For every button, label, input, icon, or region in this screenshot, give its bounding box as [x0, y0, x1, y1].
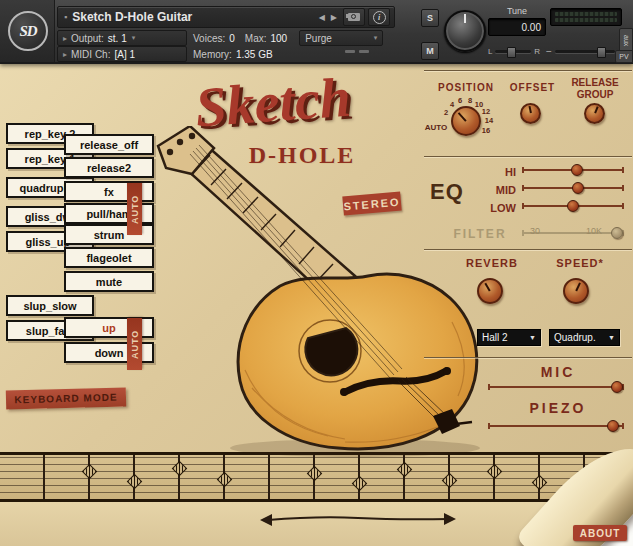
- speed-mode-dropdown[interactable]: Quadrup. ▼: [549, 329, 620, 346]
- dhole-logo: D-HOLE: [242, 142, 362, 169]
- speed-label: SPEED*: [550, 257, 610, 269]
- info-icon: i: [373, 11, 386, 24]
- pan-track[interactable]: [495, 50, 531, 53]
- memory-label: Memory:: [193, 49, 232, 60]
- eq-mid-slider[interactable]: [522, 182, 624, 194]
- slider-handle[interactable]: [607, 420, 619, 432]
- filter-min-label: 30: [530, 226, 540, 236]
- slider-handle[interactable]: [611, 227, 623, 239]
- midi-value: [A] 1: [114, 49, 135, 60]
- piezo-label: PIEZO: [513, 400, 603, 416]
- info-button[interactable]: i: [368, 8, 390, 26]
- divider: [424, 156, 632, 157]
- max-voices-value: 100: [270, 33, 287, 44]
- position-knob[interactable]: [451, 106, 481, 136]
- pan-slider[interactable]: L R: [488, 45, 540, 58]
- chevron-down-icon: ▼: [608, 334, 615, 341]
- slider-track: [488, 386, 624, 388]
- purge-menu[interactable]: Purge ▾: [299, 30, 383, 46]
- reverb-label: REVERB: [462, 257, 522, 269]
- slider-handle[interactable]: [571, 164, 583, 176]
- keyswitch-slup-slow[interactable]: slup_slow: [6, 295, 94, 316]
- position-tick: 16: [482, 126, 490, 135]
- slider-handle[interactable]: [611, 381, 623, 393]
- pan-left-label: L: [488, 47, 492, 56]
- keyswitch-flageolet[interactable]: flageolet: [64, 247, 154, 268]
- output-value: st. 1: [108, 33, 127, 44]
- position-tick: 4: [450, 100, 454, 109]
- keyswitch-release2[interactable]: release2: [64, 157, 154, 178]
- position-tick: 8: [468, 96, 472, 105]
- volume-handle[interactable]: [597, 47, 606, 58]
- sketch-logo: Sketch: [186, 64, 360, 140]
- offset-label: OFFSET: [505, 82, 560, 93]
- tune-label: Tune: [488, 6, 546, 16]
- eq-mid-label: MID: [488, 184, 516, 196]
- position-tick: 6: [458, 96, 462, 105]
- memory-value: 1.35 GB: [236, 49, 273, 60]
- auto-ribbon-direction[interactable]: AUTO: [127, 318, 142, 370]
- minus-icon[interactable]: −: [546, 46, 552, 57]
- eq-low-slider[interactable]: [522, 200, 624, 212]
- output-label: Output:: [71, 33, 104, 44]
- piezo-slider[interactable]: [488, 420, 624, 432]
- slider-track: [488, 425, 624, 427]
- purge-label: Purge: [305, 33, 368, 44]
- instrument-title-bar[interactable]: ▪ Sketch D-Hole Guitar ◀ ▶ i: [57, 6, 395, 28]
- tune-knob[interactable]: [444, 10, 486, 52]
- slider-handle[interactable]: [567, 200, 579, 212]
- level-meter: [550, 8, 622, 26]
- offset-knob[interactable]: [520, 103, 541, 124]
- mic-slider[interactable]: [488, 381, 624, 393]
- eq-hi-label: HI: [488, 166, 516, 178]
- speed-mode-value: Quadrup.: [554, 332, 605, 343]
- auto-ribbon-articulations[interactable]: AUTO: [127, 183, 142, 235]
- snapshot-button[interactable]: [343, 8, 365, 26]
- instrument-window: SD ▪ Sketch D-Hole Guitar ◀ ▶ i ▸ Output…: [0, 0, 633, 546]
- chevron-down-icon: ▾: [132, 34, 136, 42]
- pv-tab[interactable]: PV: [615, 50, 633, 63]
- keyswitch-release-off[interactable]: release_off: [64, 134, 154, 155]
- mic-label: MIC: [518, 364, 598, 380]
- reverb-type-dropdown[interactable]: Hall 2 ▼: [477, 329, 541, 346]
- filter-slider[interactable]: 30 10K: [522, 227, 624, 239]
- position-label: POSITION: [428, 82, 504, 93]
- reverb-type-value: Hall 2: [482, 332, 526, 343]
- mute-button[interactable]: M: [421, 42, 439, 60]
- expand-icon: ▸: [63, 50, 67, 59]
- filter-max-label: 10K: [586, 226, 602, 236]
- guitar-illustration: [140, 126, 485, 458]
- keyswitch-mute[interactable]: mute: [64, 271, 154, 292]
- voices-label: Voices:: [193, 33, 225, 44]
- eq-hi-slider[interactable]: [522, 164, 624, 176]
- midi-channel-select[interactable]: ▸ MIDI Ch: [A] 1: [57, 46, 187, 62]
- output-select[interactable]: ▸ Output: st. 1 ▾: [57, 30, 187, 46]
- voices-value: 0: [229, 33, 235, 44]
- volume-slider[interactable]: − +: [546, 45, 624, 58]
- pan-right-label: R: [534, 47, 540, 56]
- solo-button[interactable]: S: [421, 9, 439, 27]
- camera-icon: [348, 13, 360, 21]
- chevron-down-icon: ▾: [374, 34, 378, 42]
- slider-handle[interactable]: [572, 182, 584, 194]
- kontakt-header: SD ▪ Sketch D-Hole Guitar ◀ ▶ i ▸ Output…: [0, 0, 633, 64]
- prev-instrument-button[interactable]: ◀: [316, 11, 328, 24]
- next-instrument-button[interactable]: ▶: [328, 11, 340, 24]
- keyboard-mode-button[interactable]: KEYBOARD MODE: [6, 387, 126, 409]
- pan-handle[interactable]: [507, 47, 516, 58]
- about-button[interactable]: ABOUT: [573, 525, 627, 541]
- tune-value[interactable]: 0.00: [488, 18, 546, 36]
- release-group-knob[interactable]: [584, 103, 605, 124]
- max-voices-label: Max:: [245, 33, 267, 44]
- position-tick: 14: [485, 116, 493, 125]
- chevron-down-icon: ▼: [529, 334, 536, 341]
- volume-track[interactable]: [555, 50, 615, 53]
- sd-logo: SD: [8, 11, 48, 51]
- reverb-knob[interactable]: [477, 278, 503, 304]
- eq-low-label: LOW: [488, 202, 516, 214]
- meter-dashes: [345, 50, 371, 54]
- divider: [424, 70, 632, 71]
- position-tick: 12: [482, 107, 490, 116]
- speed-knob[interactable]: [563, 278, 589, 304]
- midi-label: MIDI Ch:: [71, 49, 110, 60]
